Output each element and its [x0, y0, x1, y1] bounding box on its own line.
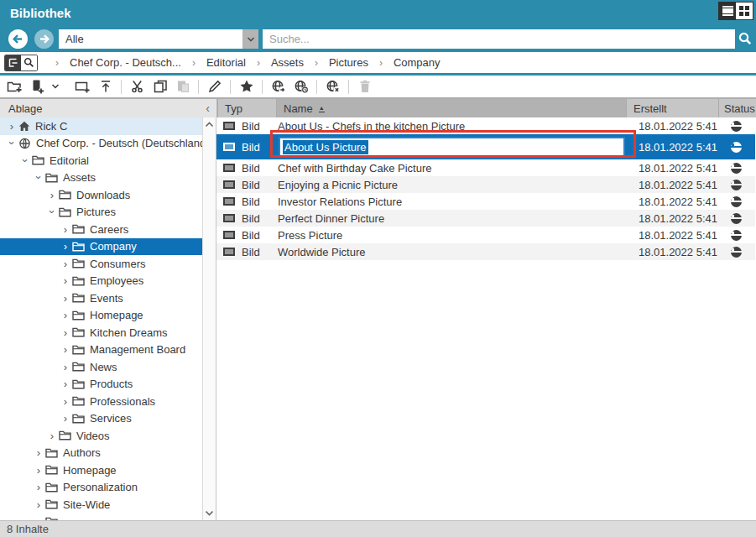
tree-item-site-wide[interactable]: ›Site-Wide [0, 496, 202, 514]
tree-item-consumers[interactable]: ›Consumers [0, 255, 202, 273]
tree-item-authors[interactable]: ›Authors [0, 445, 202, 462]
repository-tree: ›Rick C›Chef Corp. - Deutsch (Deutschlan… [0, 117, 202, 520]
breadcrumb-item[interactable]: Assets [271, 56, 304, 69]
collapse-arrow-icon[interactable]: › [6, 138, 18, 149]
expand-arrow-icon[interactable]: › [60, 378, 70, 390]
grid-view-button[interactable] [736, 3, 753, 19]
expand-arrow-icon[interactable]: › [60, 326, 70, 339]
rename-input[interactable]: About Us Picture [279, 137, 625, 157]
tree-item-homepage[interactable]: ›Homepage [0, 461, 202, 479]
tree-item-kitchen-dreams[interactable]: ›Kitchen Dreams [0, 324, 202, 341]
filter-dropdown-button[interactable] [242, 29, 258, 49]
expand-arrow-icon[interactable]: › [47, 430, 57, 442]
collapse-arrow-icon[interactable]: › [19, 155, 32, 165]
type-label: Bild [242, 229, 260, 242]
table-row[interactable]: BildInvestor Relations Picture18.01.2022… [216, 193, 755, 210]
withdraw-button[interactable] [322, 76, 343, 96]
publish-button[interactable] [268, 76, 289, 96]
expand-arrow-icon[interactable]: › [60, 258, 70, 270]
expand-arrow-icon[interactable]: › [34, 481, 44, 493]
expand-arrow-icon[interactable]: › [47, 189, 57, 201]
tree-item-clipped[interactable]: › [0, 514, 202, 521]
tree-view-toggle[interactable] [5, 55, 21, 70]
tree-item-chef-corp-deutsch-deutschland-[interactable]: ›Chef Corp. - Deutsch (Deutschland) [0, 135, 202, 153]
breadcrumb-item[interactable]: Company [394, 56, 441, 69]
expand-arrow-icon[interactable]: › [60, 361, 70, 373]
tree-item-professionals[interactable]: ›Professionals [0, 393, 202, 410]
expand-arrow-icon[interactable]: › [34, 446, 44, 459]
tree-item-services[interactable]: ›Services [0, 410, 202, 428]
list-view-button[interactable] [719, 3, 736, 19]
breadcrumb-item[interactable]: Pictures [329, 56, 368, 69]
tree-item-events[interactable]: ›Events [0, 289, 202, 307]
expand-arrow-icon[interactable]: › [34, 498, 44, 511]
new-folder-button[interactable] [4, 76, 25, 96]
tree-item-label: Authors [63, 446, 101, 459]
table-row[interactable]: BildWorldwide Picture18.01.2022 5:41 [216, 243, 755, 260]
table-row[interactable]: BildAbout Us Picture18.01.2022 5:41 [216, 134, 755, 159]
scroll-up-icon[interactable] [203, 122, 216, 128]
cut-button[interactable] [127, 76, 148, 96]
tree-item-rick-c[interactable]: ›Rick C [0, 117, 202, 135]
breadcrumb-separator: › [257, 57, 260, 69]
scroll-down-icon[interactable] [203, 510, 216, 516]
header-band: Ablage ‹ Typ Name▲ Erstellt Status [0, 97, 756, 117]
table-row[interactable]: BildEnjoying a Picnic Picture18.01.2022 … [216, 176, 755, 193]
breadcrumb-item[interactable]: Chef Corp. - Deutsch... [70, 56, 181, 69]
column-header-status[interactable]: Status [718, 99, 756, 117]
expand-arrow-icon[interactable]: › [60, 309, 70, 321]
column-header-name[interactable]: Name▲ [276, 99, 626, 117]
tree-item-personalization[interactable]: ›Personalization [0, 479, 202, 497]
tree-item-videos[interactable]: ›Videos [0, 427, 202, 445]
new-content-menu-button[interactable] [50, 76, 61, 96]
tree-item-label: Rick C [35, 120, 67, 133]
tree-item-editorial[interactable]: ›Editorial [0, 152, 202, 169]
tree-item-employees[interactable]: ›Employees [0, 273, 202, 290]
new-picture-button[interactable] [72, 76, 93, 96]
tree-item-news[interactable]: ›News [0, 358, 202, 376]
search-view-toggle[interactable] [21, 55, 37, 70]
collapse-arrow-icon[interactable]: › [46, 207, 59, 217]
search-icon[interactable] [738, 31, 753, 49]
tree-scrollbar[interactable] [202, 117, 216, 520]
expand-arrow-icon[interactable]: › [60, 412, 70, 425]
search-input[interactable] [263, 29, 735, 49]
expand-arrow-icon[interactable]: › [34, 464, 44, 477]
content-type-filter[interactable]: Alle [59, 29, 258, 49]
edit-button[interactable] [204, 76, 225, 96]
tree-item-downloads[interactable]: ›Downloads [0, 186, 202, 204]
tree-item-company[interactable]: ›Company [0, 238, 202, 256]
expand-arrow-icon[interactable]: › [60, 343, 70, 356]
tree-item-management-board[interactable]: ›Management Board [0, 341, 202, 359]
new-content-button[interactable] [27, 76, 48, 96]
expand-arrow-icon[interactable]: › [60, 292, 70, 305]
table-row[interactable]: BildAbout Us - Chefs in the kitchen Pict… [216, 117, 755, 134]
tree-item-label: Management Board [90, 343, 185, 356]
type-label: Bild [242, 141, 260, 154]
tree-item-products[interactable]: ›Products [0, 376, 202, 394]
publish-workflow-button[interactable] [290, 76, 311, 96]
table-row[interactable]: BildPerfect Dinner Picture18.01.2022 5:4… [216, 210, 755, 227]
forward-button[interactable] [34, 29, 55, 50]
column-header-typ[interactable]: Typ [217, 99, 276, 117]
tree-item-assets[interactable]: ›Assets [0, 169, 202, 187]
upload-button[interactable] [95, 76, 116, 96]
breadcrumb-item[interactable]: Editorial [206, 56, 246, 69]
column-header-erstellt[interactable]: Erstellt [626, 99, 718, 117]
status-cell [717, 134, 755, 159]
table-row[interactable]: BildChef with Birthday Cake Picture18.01… [216, 159, 755, 176]
expand-arrow-icon[interactable]: › [60, 274, 70, 287]
expand-arrow-icon[interactable]: › [60, 223, 70, 236]
copy-button[interactable] [149, 76, 170, 96]
tree-item-pictures[interactable]: ›Pictures [0, 204, 202, 222]
expand-arrow-icon[interactable]: › [60, 395, 70, 408]
bookmark-button[interactable] [236, 76, 257, 96]
collapse-panel-icon[interactable]: ‹ [206, 100, 210, 117]
collapse-arrow-icon[interactable]: › [33, 173, 45, 183]
table-row[interactable]: BildPress Picture18.01.2022 5:41 [216, 227, 755, 243]
tree-item-careers[interactable]: ›Careers [0, 221, 202, 238]
tree-item-homepage[interactable]: ›Homepage [0, 307, 202, 325]
expand-arrow-icon[interactable]: › [60, 240, 70, 253]
expand-arrow-icon[interactable]: › [7, 120, 17, 133]
back-button[interactable] [8, 29, 29, 50]
